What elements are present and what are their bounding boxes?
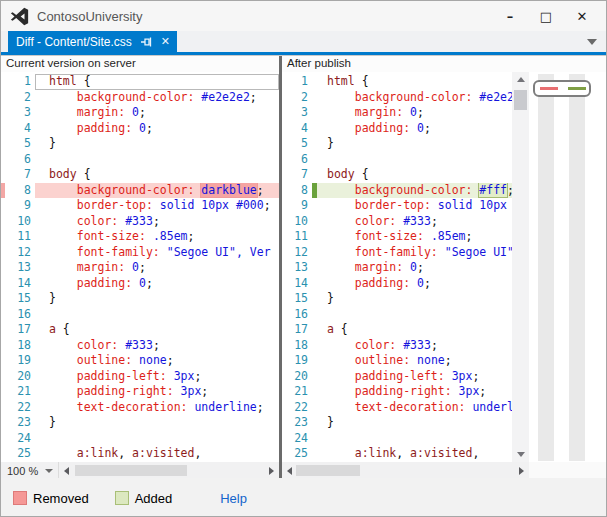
changed-word-highlight: darkblue	[201, 183, 256, 197]
code-token	[49, 276, 77, 290]
code-line[interactable]: 25 a:link, a:visited,	[1, 446, 279, 462]
code-token	[327, 90, 355, 104]
horizontal-scroll-thumb[interactable]	[75, 465, 187, 476]
code-token: margin:	[355, 260, 403, 274]
right-code-editor[interactable]: 1html {2 background-color: #e2e23 margin…	[282, 72, 512, 462]
code-line[interactable]: 7body {	[282, 167, 512, 183]
code-line[interactable]: 15}	[1, 291, 279, 307]
maximize-button[interactable]: □	[528, 9, 564, 24]
code-line[interactable]: 19 outline: none;	[1, 353, 279, 369]
help-link[interactable]: Help	[220, 491, 247, 506]
code-token: ;	[194, 369, 201, 383]
code-line[interactable]: 19 outline: none;	[282, 353, 512, 369]
code-text: a:link, a:visited,	[317, 446, 512, 462]
code-line[interactable]: 11 font-size: .85em;	[1, 229, 279, 245]
scroll-up-button[interactable]	[512, 72, 529, 87]
code-line[interactable]: 10 color: #333;	[282, 214, 512, 230]
pin-icon[interactable]	[141, 36, 153, 48]
code-token: }	[327, 136, 334, 150]
code-line[interactable]: 22 text-decoration: underline;	[1, 400, 279, 416]
tab-close-icon[interactable]: ✕	[161, 35, 170, 48]
code-line[interactable]: 11 font-size: .85em;	[282, 229, 512, 245]
change-margin-mark	[282, 214, 290, 230]
code-line[interactable]: 21 padding-right: 3px;	[1, 384, 279, 400]
change-margin-mark	[282, 260, 290, 276]
code-line[interactable]: 14 padding: 0;	[1, 276, 279, 292]
code-token	[327, 276, 355, 290]
code-line[interactable]: 20 padding-left: 3px;	[1, 369, 279, 385]
overview-strip-left[interactable]	[538, 74, 554, 461]
code-token: 3px	[452, 369, 473, 383]
code-line[interactable]: 2 background-color: #e2e2	[282, 90, 512, 106]
code-line[interactable]: 2 background-color: #e2e2e2;	[1, 90, 279, 106]
code-token: font-size:	[77, 229, 146, 243]
code-line[interactable]: 5}	[282, 136, 512, 152]
code-line[interactable]: 23}	[1, 415, 279, 431]
code-line[interactable]: 4 padding: 0;	[282, 121, 512, 137]
code-token: ;	[188, 229, 195, 243]
code-line[interactable]: 18 color: #333;	[1, 338, 279, 354]
code-line[interactable]: 3 margin: 0;	[1, 105, 279, 121]
code-line[interactable]: 10 color: #333;	[1, 214, 279, 230]
close-button[interactable]: ✕	[564, 9, 600, 24]
code-text: font-family: "Segoe UI"	[317, 245, 512, 261]
code-line[interactable]: 25 a:link, a:visited,	[282, 446, 512, 462]
right-horizontal-scrollbar[interactable]	[282, 462, 529, 479]
code-line[interactable]: 20 padding-left: 3px;	[282, 369, 512, 385]
code-line[interactable]: 24	[1, 431, 279, 447]
code-line[interactable]: 6	[282, 152, 512, 168]
minimize-button[interactable]: –	[492, 9, 528, 24]
code-line[interactable]: 12 font-family: "Segoe UI"	[282, 245, 512, 261]
horizontal-scroll-thumb[interactable]	[296, 465, 360, 476]
tab-diff-site-css[interactable]: Diff - Content/Site.css ✕	[8, 31, 177, 52]
scroll-down-button[interactable]	[512, 447, 529, 462]
left-horizontal-scrollbar[interactable]	[59, 462, 279, 479]
code-line[interactable]: 3 margin: 0;	[282, 105, 512, 121]
code-line[interactable]: 9 border-top: solid 10px #000;	[1, 198, 279, 214]
code-line[interactable]: 17a {	[1, 322, 279, 338]
code-line[interactable]: 15}	[282, 291, 512, 307]
zoom-level-combo[interactable]: 100 %	[1, 462, 59, 479]
code-line[interactable]: 24	[282, 431, 512, 447]
code-line[interactable]: 16	[1, 307, 279, 323]
code-token	[445, 369, 452, 383]
code-line[interactable]: 18 color: #333;	[282, 338, 512, 354]
tab-overflow-dropdown-icon[interactable]	[587, 39, 597, 45]
code-line[interactable]: 1html {	[282, 74, 512, 90]
left-code-editor[interactable]: 1html {2 background-color: #e2e2e2;3 mar…	[1, 72, 279, 462]
code-token	[327, 183, 355, 197]
code-line[interactable]: 23}	[282, 415, 512, 431]
line-number: 3	[290, 105, 312, 121]
code-line[interactable]: 8 background-color: #fff;	[282, 183, 512, 199]
vertical-scroll-track[interactable]	[512, 87, 529, 447]
code-token	[49, 353, 77, 367]
scroll-left-button[interactable]	[282, 462, 297, 479]
code-line[interactable]: 14 padding: 0;	[282, 276, 512, 292]
code-token: #333	[403, 214, 431, 228]
vertical-scrollbar[interactable]	[512, 72, 529, 462]
code-text: font-size: .85em;	[317, 229, 512, 245]
scroll-right-button[interactable]	[264, 462, 279, 479]
code-line[interactable]: 1html {	[1, 74, 279, 90]
overview-strip-right[interactable]	[569, 74, 585, 461]
code-line[interactable]: 5}	[1, 136, 279, 152]
code-line[interactable]: 13 margin: 0;	[282, 260, 512, 276]
code-text: }	[317, 415, 512, 431]
code-line[interactable]: 7body {	[1, 167, 279, 183]
code-line[interactable]: 9 border-top: solid 10px	[282, 198, 512, 214]
code-token: 0	[410, 105, 417, 119]
code-line[interactable]: 8 background-color: darkblue;	[1, 183, 279, 199]
code-line[interactable]: 6	[1, 152, 279, 168]
code-line[interactable]: 12 font-family: "Segoe UI", Ver	[1, 245, 279, 261]
scroll-left-button[interactable]	[59, 462, 74, 479]
code-line[interactable]: 13 margin: 0;	[1, 260, 279, 276]
code-line[interactable]: 16	[282, 307, 512, 323]
line-number: 20	[5, 369, 35, 385]
code-line[interactable]: 17a {	[282, 322, 512, 338]
vertical-scroll-thumb[interactable]	[514, 90, 527, 110]
code-line[interactable]: 21 padding-right: 3px;	[282, 384, 512, 400]
code-line[interactable]: 22 text-decoration: underl	[282, 400, 512, 416]
code-line[interactable]: 4 padding: 0;	[1, 121, 279, 137]
scroll-right-button[interactable]	[514, 462, 529, 479]
code-token: color:	[355, 338, 397, 352]
